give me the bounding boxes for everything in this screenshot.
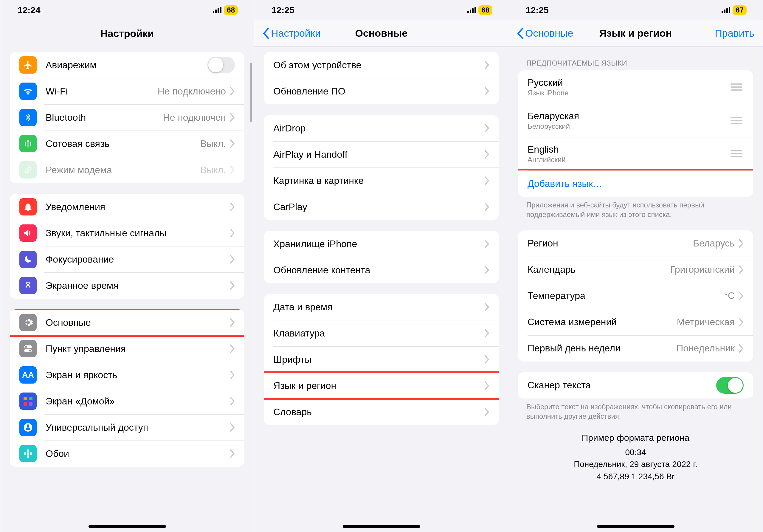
row-label: Пункт управления: [46, 343, 230, 354]
reorder-handle-icon[interactable]: [729, 149, 744, 159]
row-storage[interactable]: Хранилище iPhone: [264, 231, 499, 257]
row-first-day[interactable]: Первый день недели Понедельник: [518, 335, 753, 362]
home-indicator[interactable]: [597, 525, 675, 528]
phone-language-region: 12:25 67 Основные Язык и регион Править …: [508, 0, 763, 532]
row-screen-time[interactable]: Экранное время: [10, 272, 244, 299]
row-value: Григорианский: [670, 264, 735, 275]
row-label: Экран и яркость: [46, 370, 230, 380]
chevron-right-icon: [485, 266, 490, 274]
row-sounds[interactable]: Звуки, тактильные сигналы: [10, 220, 244, 246]
row-label: CarPlay: [273, 201, 485, 213]
row-fonts[interactable]: Шрифты: [264, 346, 499, 372]
row-label: Картинка в картинке: [273, 175, 485, 186]
svg-rect-5: [29, 397, 33, 400]
edit-button[interactable]: Править: [715, 28, 754, 39]
svg-rect-6: [24, 402, 27, 406]
svg-point-10: [27, 453, 30, 455]
chevron-right-icon: [485, 203, 490, 211]
person-icon: [19, 419, 37, 436]
nav-bar: Настройки Основные: [254, 20, 508, 47]
row-dictionary[interactable]: Словарь: [264, 399, 499, 425]
back-button[interactable]: Основные: [517, 28, 573, 39]
section-header-languages: ПРЕДПОЧИТАЕМЫЕ ЯЗЫКИ: [526, 59, 745, 67]
toggle[interactable]: [716, 377, 744, 394]
reorder-handle-icon[interactable]: [729, 115, 744, 126]
row-general[interactable]: Основные: [10, 309, 244, 336]
row-label: Система измерений: [527, 317, 677, 328]
row-wifi[interactable]: Wi-Fi Не подключено: [10, 78, 244, 104]
row-label: Словарь: [273, 406, 485, 418]
group-notifications: Уведомления Звуки, тактильные сигналы Фо…: [10, 194, 244, 299]
clock: 12:25: [272, 5, 294, 15]
svg-point-12: [27, 455, 30, 458]
row-display[interactable]: AA Экран и яркость: [10, 362, 244, 388]
row-home-screen[interactable]: Экран «Домой»: [10, 388, 244, 414]
group-about: Об этом устройстве Обновление ПО: [264, 52, 499, 104]
status-bar: 12:25 68: [254, 0, 508, 20]
gear-icon: [19, 314, 37, 331]
row-date-time[interactable]: Дата и время: [264, 294, 499, 320]
chevron-right-icon: [485, 303, 490, 311]
row-value: Метрическая: [677, 317, 735, 328]
chevron-right-icon: [485, 381, 490, 390]
clock: 12:25: [526, 5, 549, 15]
language-row-russian[interactable]: Русский Язык iPhone: [518, 70, 753, 104]
svg-point-13: [24, 453, 27, 455]
row-label: Шрифты: [273, 354, 485, 365]
language-row-belarusian[interactable]: Беларуская Белорусский: [518, 104, 753, 137]
row-accessibility[interactable]: Универсальный доступ: [10, 414, 244, 441]
toggle[interactable]: [207, 56, 235, 73]
row-keyboard[interactable]: Клавиатура: [264, 320, 499, 346]
row-notifications[interactable]: Уведомления: [10, 194, 244, 220]
chevron-right-icon: [230, 450, 235, 458]
row-label: Обновление ПО: [273, 86, 485, 97]
nav-bar: Основные Язык и регион Править: [508, 20, 763, 47]
chevron-right-icon: [485, 124, 490, 132]
reorder-handle-icon[interactable]: [729, 82, 744, 92]
row-hotspot[interactable]: Режим модема Выкл.: [10, 157, 244, 183]
row-focus[interactable]: Фокусирование: [10, 246, 244, 272]
row-temperature[interactable]: Температура °C: [518, 283, 753, 309]
phone-settings: 12:24 68 Настройки Авиарежим Wi-Fi Не по…: [0, 0, 254, 532]
row-value: Не подключен: [163, 112, 226, 123]
back-button[interactable]: Настройки: [263, 28, 321, 39]
language-row-english[interactable]: English Английский: [518, 137, 753, 170]
row-label: Об этом устройстве: [273, 59, 485, 71]
row-value: Понедельник: [676, 343, 735, 354]
row-pip[interactable]: Картинка в картинке: [264, 167, 499, 194]
row-software-update[interactable]: Обновление ПО: [264, 78, 499, 104]
chevron-right-icon: [739, 292, 744, 300]
home-indicator[interactable]: [343, 525, 420, 528]
row-measurement[interactable]: Система измерений Метрическая: [518, 309, 753, 335]
row-bluetooth[interactable]: Bluetooth Не подключен: [10, 104, 244, 131]
row-language-region[interactable]: Язык и регион: [264, 372, 499, 399]
row-calendar[interactable]: Календарь Григорианский: [518, 257, 753, 283]
home-indicator[interactable]: [88, 525, 166, 528]
row-label: Первый день недели: [527, 343, 676, 354]
row-background-refresh[interactable]: Обновление контента: [264, 257, 499, 283]
chevron-right-icon: [485, 355, 490, 364]
add-language-row[interactable]: Добавить язык…: [518, 170, 753, 197]
row-airdrop[interactable]: AirDrop: [264, 115, 499, 141]
link-icon: [19, 161, 37, 178]
row-label: Режим модема: [46, 164, 200, 175]
row-label: Bluetooth: [46, 112, 163, 123]
row-label: Авиарежим: [46, 59, 207, 71]
row-airplay[interactable]: AirPlay и Handoff: [264, 141, 499, 167]
row-region[interactable]: Регион Беларусь: [518, 230, 753, 257]
row-wallpaper[interactable]: Обои: [10, 441, 244, 467]
row-label: Уведомления: [46, 201, 230, 213]
row-label: Сканер текста: [527, 380, 716, 391]
row-airplane[interactable]: Авиарежим: [10, 52, 244, 78]
group-regional: Регион Беларусь Календарь Григорианский …: [518, 230, 753, 362]
row-carplay[interactable]: CarPlay: [264, 194, 499, 220]
row-label: Обновление контента: [273, 265, 485, 276]
row-control-center[interactable]: Пункт управления: [10, 336, 244, 362]
row-text-scanner[interactable]: Сканер текста: [518, 372, 753, 398]
row-value: Выкл.: [200, 164, 226, 175]
row-cellular[interactable]: Сотовая связь Выкл.: [10, 131, 244, 157]
row-about[interactable]: Об этом устройстве: [264, 52, 499, 78]
chevron-right-icon: [230, 371, 235, 379]
switches-icon: [19, 340, 37, 357]
speaker-icon: [19, 224, 37, 242]
